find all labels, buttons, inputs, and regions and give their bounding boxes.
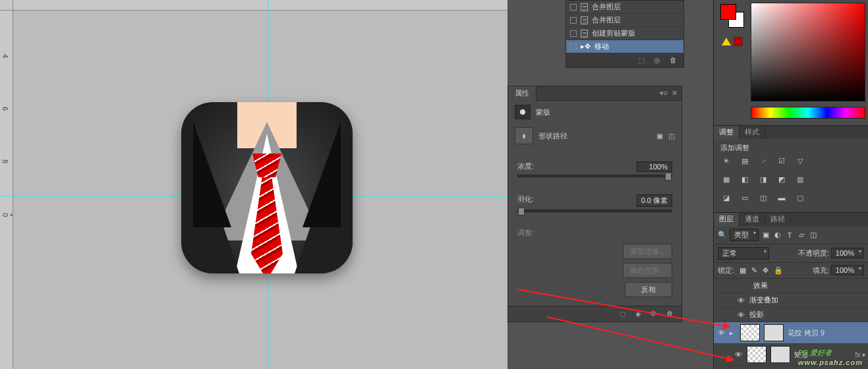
mask-label: 蒙版 — [536, 107, 550, 117]
color-field[interactable] — [751, 3, 865, 101]
threshold-icon[interactable]: ◫ — [757, 192, 769, 203]
history-item[interactable]: ▸✥移动 — [566, 40, 683, 53]
layer-mask-thumb[interactable] — [770, 346, 790, 363]
feather-slider[interactable] — [517, 210, 672, 212]
blend-mode-dropdown[interactable]: 正常 — [718, 247, 769, 260]
filter-image-icon[interactable]: ▣ — [761, 231, 770, 239]
tab-layers[interactable]: 图层 — [714, 213, 739, 226]
invert-button[interactable]: 反相 — [625, 282, 672, 297]
density-slider[interactable] — [517, 175, 672, 177]
adjustment-icons-row2: ▦ ◧ ◨ ◩ ▥ — [720, 171, 861, 190]
warning-icon — [722, 38, 731, 45]
history-item[interactable]: 合并图层 — [566, 14, 683, 27]
vector-mask-icon[interactable]: ◫ — [668, 132, 675, 140]
mask-icon — [515, 105, 531, 119]
feather-control: 羽化:0.0 像素 — [508, 190, 681, 216]
move-icon: ▸✥ — [581, 42, 591, 51]
clip-mask-icon — [581, 30, 588, 38]
layer-thumb[interactable] — [747, 346, 767, 363]
adjustment-icons-row3: ◪ ▭ ◫ ▬ ▢ — [720, 190, 861, 208]
invert-icon[interactable]: ◪ — [720, 192, 732, 203]
visibility-icon[interactable]: 👁 — [716, 329, 726, 337]
density-value[interactable]: 100% — [637, 161, 672, 172]
ruler-corner — [0, 0, 13, 11]
channel-mixer-icon[interactable]: ◩ — [776, 174, 788, 184]
add-adjustment-label: 添加调整 — [720, 143, 861, 153]
density-control: 浓度:100% — [508, 157, 681, 181]
vibrance-icon[interactable]: ▽ — [794, 156, 806, 166]
fill-input[interactable]: 100% — [831, 265, 864, 275]
shape-thumb[interactable]: ▮ — [515, 127, 533, 144]
photo-filter-icon[interactable]: ◨ — [757, 174, 769, 184]
lock-position-icon[interactable]: ✥ — [763, 266, 768, 275]
gradient-map-icon[interactable]: ▬ — [776, 192, 788, 203]
levels-icon[interactable]: ▤ — [739, 156, 751, 166]
layer-name[interactable]: 花纹 拷贝 9 — [788, 328, 825, 338]
filter-shape-icon[interactable]: ▱ — [797, 231, 806, 239]
merge-icon — [581, 16, 588, 24]
layer-filter-dropdown[interactable]: 类型 — [730, 229, 759, 241]
layer-thumb[interactable] — [740, 324, 760, 341]
filter-adjust-icon[interactable]: ◐ — [773, 231, 782, 239]
brightness-icon[interactable]: ☀ — [720, 156, 732, 166]
fx-gradient-overlay[interactable]: 👁渐变叠加 — [714, 293, 868, 308]
history-panel: 合并图层 合并图层 创建剪贴蒙版 ▸✥移动 ⬚ ◎ 🗑 — [565, 0, 684, 68]
fx-header[interactable]: 效果 — [714, 279, 868, 293]
filter-smart-icon[interactable]: ◫ — [809, 231, 818, 239]
lock-transparency-icon[interactable]: ▦ — [739, 266, 746, 275]
hue-icon[interactable]: ▦ — [720, 174, 732, 184]
new-doc-icon[interactable]: ⬚ — [638, 56, 645, 65]
tab-properties[interactable]: 属性 — [508, 86, 536, 101]
curves-icon[interactable]: ⟋ — [757, 156, 769, 166]
exposure-icon[interactable]: ☑ — [776, 156, 788, 166]
layers-panel: 图层 通道 路径 🔍 类型 ▣ ◐ T ▱ ◫ 正常 不透明度: 100% 锁定… — [714, 212, 868, 366]
properties-panel: 属性 ▾≡✕ 蒙版 ▮ 形状路径 ▣ ◫ 浓度:100% 羽化:0.0 像素 调… — [507, 86, 682, 322]
watermark: PS 爱好者 www.psahz.com — [798, 345, 863, 366]
panel-menu-icon[interactable]: ▾≡ — [660, 89, 668, 98]
history-item[interactable]: 合并图层 — [566, 1, 683, 14]
adjustment-icons-row1: ☀ ▤ ⟋ ☑ ▽ — [720, 153, 861, 171]
filter-text-icon[interactable]: T — [785, 231, 794, 239]
ruler-horizontal — [13, 0, 507, 11]
fx-drop-shadow[interactable]: 👁投影 — [714, 308, 868, 322]
lock-pixels-icon[interactable]: ✎ — [751, 266, 757, 275]
lookup-icon[interactable]: ▥ — [794, 174, 806, 184]
mask-edge-button[interactable]: 蒙版边缘... — [623, 244, 672, 259]
bw-icon[interactable]: ◧ — [739, 174, 751, 184]
pixel-mask-icon[interactable]: ▣ — [656, 132, 663, 140]
shape-path-label: 形状路径 — [538, 131, 567, 141]
artwork-suit-icon — [181, 102, 353, 273]
foreground-swatch[interactable] — [720, 4, 736, 20]
layer-mask-thumb[interactable] — [764, 324, 784, 341]
load-selection-icon[interactable]: ◌ — [620, 310, 626, 318]
adjust-label: 调整: — [508, 224, 681, 242]
adjustments-panel: 调整 样式 添加调整 ☀ ▤ ⟋ ☑ ▽ ▦ ◧ ◨ ◩ ▥ ◪ ▭ ◫ — [714, 125, 868, 212]
color-panel — [714, 0, 868, 125]
visibility-icon[interactable]: 👁 — [736, 297, 745, 304]
visibility-icon[interactable]: 👁 — [736, 311, 745, 319]
tab-paths[interactable]: 路径 — [765, 213, 791, 226]
merge-icon — [581, 3, 588, 11]
trash-icon[interactable]: 🗑 — [670, 56, 677, 65]
history-footer: ⬚ ◎ 🗑 — [566, 53, 683, 67]
feather-value[interactable]: 0.0 像素 — [637, 194, 672, 207]
tab-adjustments[interactable]: 调整 — [714, 126, 739, 139]
color-range-button[interactable]: 颜色范围... — [623, 263, 672, 278]
opacity-input[interactable]: 100% — [831, 248, 864, 258]
history-item[interactable]: 创建剪贴蒙版 — [566, 27, 683, 40]
close-icon[interactable]: ✕ — [672, 89, 678, 98]
selective-color-icon[interactable]: ▢ — [794, 192, 806, 203]
ruler-vertical: 246810 — [0, 0, 13, 369]
tab-channels[interactable]: 通道 — [739, 213, 765, 226]
layer-row[interactable]: 👁 ▸ 花纹 拷贝 9 — [714, 322, 868, 344]
panel-header: 属性 ▾≡✕ — [508, 86, 681, 101]
lock-all-icon[interactable]: 🔒 — [774, 266, 783, 275]
gamut-warning[interactable] — [722, 37, 743, 46]
snapshot-icon[interactable]: ◎ — [654, 56, 660, 65]
posterize-icon[interactable]: ▭ — [739, 192, 751, 203]
tab-styles[interactable]: 样式 — [739, 126, 765, 139]
right-dock: 调整 样式 添加调整 ☀ ▤ ⟋ ☑ ▽ ▦ ◧ ◨ ◩ ▥ ◪ ▭ ◫ — [713, 0, 868, 369]
hue-strip[interactable] — [751, 107, 865, 119]
